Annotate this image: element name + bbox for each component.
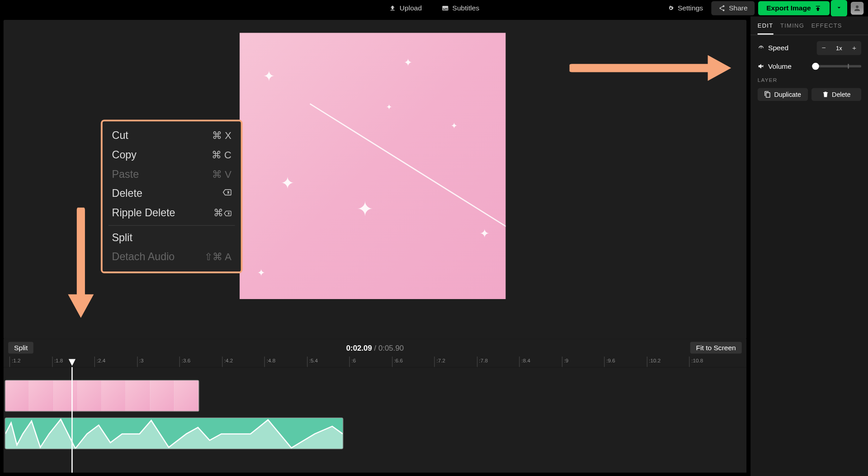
export-label: Export Image: [766, 4, 811, 12]
top-bar: Upload Subtitles Settings Share Export I…: [0, 0, 868, 16]
delete-label: Delete: [832, 91, 850, 98]
speed-icon: [758, 44, 765, 52]
avatar[interactable]: [851, 2, 864, 15]
ctx-split[interactable]: Split: [103, 228, 241, 248]
speed-value: 1x: [831, 45, 847, 51]
speed-decrease-button[interactable]: −: [817, 41, 831, 55]
settings-button[interactable]: Settings: [662, 2, 708, 15]
ctx-shortcut: [222, 188, 231, 200]
export-dropdown[interactable]: [831, 0, 847, 16]
ctx-shortcut: ⌘ C: [212, 149, 231, 161]
export-icon: [814, 5, 821, 12]
ruler-tick: :4.8: [264, 357, 275, 367]
ruler-tick: :6: [349, 357, 356, 367]
subtitles-icon: [442, 5, 449, 12]
ruler-tick: :10.8: [689, 357, 703, 367]
ruler-tick: :3: [137, 357, 144, 367]
svg-marker-1: [708, 55, 731, 81]
ruler-tick: :9.6: [604, 357, 615, 367]
subtitles-button[interactable]: Subtitles: [437, 2, 484, 15]
current-time: 0:02.09: [346, 343, 372, 352]
layer-section-label: LAYER: [758, 77, 861, 83]
ctx-label: Delete: [112, 188, 142, 200]
subtitles-label: Subtitles: [453, 4, 480, 12]
ruler-tick: :6.6: [392, 357, 403, 367]
speed-increase-button[interactable]: +: [847, 41, 861, 55]
chevron-down-icon: [835, 4, 843, 11]
user-icon: [853, 4, 861, 12]
ctx-label: Ripple Delete: [112, 207, 175, 219]
audio-clip[interactable]: [5, 418, 343, 449]
volume-muted-icon: [758, 63, 765, 70]
video-clip[interactable]: [5, 380, 199, 412]
ctx-label: Split: [112, 232, 132, 244]
ruler-tick: :9: [561, 357, 568, 367]
tab-edit[interactable]: EDIT: [758, 22, 774, 34]
volume-label: Volume: [768, 62, 792, 70]
volume-slider[interactable]: [812, 65, 862, 67]
upload-button[interactable]: Upload: [384, 2, 426, 15]
ctx-label: Cut: [112, 129, 128, 142]
delete-button[interactable]: Delete: [811, 88, 861, 101]
ctx-copy[interactable]: Copy ⌘ C: [103, 145, 241, 165]
ruler-tick: :1.2: [9, 357, 21, 367]
ruler-tick: :7.2: [434, 357, 445, 367]
duplicate-icon: [764, 91, 771, 98]
duplicate-button[interactable]: Duplicate: [758, 88, 808, 101]
timeline-tracks[interactable]: [4, 367, 746, 472]
ruler-tick: :5.4: [307, 357, 318, 367]
export-button[interactable]: Export Image: [758, 1, 830, 15]
preview-stage[interactable]: ✦ ✦ ✦ ✦ ✦ ✦ ✦ ✦ Cut: [4, 20, 746, 339]
gear-icon: [667, 5, 675, 12]
upload-label: Upload: [400, 4, 422, 12]
ruler-tick: :8.4: [519, 357, 530, 367]
duplicate-label: Duplicate: [774, 91, 801, 98]
ctx-detach-audio: Detach Audio ⇧⌘ A: [103, 248, 241, 267]
ctx-delete[interactable]: Delete: [103, 184, 241, 204]
ctx-shortcut: ⌘: [213, 207, 231, 219]
ctx-label: Paste: [112, 168, 139, 181]
playhead[interactable]: [71, 367, 73, 472]
ruler-tick: :3.6: [179, 357, 191, 367]
svg-marker-3: [68, 295, 94, 318]
tab-effects[interactable]: EFFECTS: [811, 22, 842, 34]
ruler-tick: :10.2: [646, 357, 660, 367]
waveform-icon: [5, 418, 343, 449]
settings-label: Settings: [678, 4, 703, 12]
ctx-label: Detach Audio: [112, 251, 175, 263]
time-display: 0:02.09 / 0:05.90: [346, 343, 404, 352]
ctx-separator: [108, 225, 235, 226]
annotation-arrow-down: [65, 208, 98, 318]
duration: / 0:05.90: [374, 343, 404, 352]
ctx-shortcut: ⇧⌘ A: [204, 251, 231, 263]
ctx-shortcut: ⌘ V: [212, 168, 231, 181]
ruler-tick: :2.4: [94, 357, 106, 367]
annotation-arrow-right: [570, 52, 731, 85]
ctx-ripple-delete[interactable]: Ripple Delete ⌘: [103, 204, 241, 223]
ruler-tick: :4.2: [222, 357, 233, 367]
properties-panel: EDIT TIMING EFFECTS Speed − 1x + Volume: [750, 16, 868, 476]
ctx-shortcut: ⌘ X: [212, 129, 231, 142]
preview-frame: ✦ ✦ ✦ ✦ ✦ ✦ ✦ ✦: [240, 33, 505, 299]
ctx-label: Copy: [112, 149, 137, 161]
ruler-tick: :1.8: [52, 357, 63, 367]
ctx-paste: Paste ⌘ V: [103, 165, 241, 184]
share-button[interactable]: Share: [711, 1, 755, 15]
ctx-cut[interactable]: Cut ⌘ X: [103, 126, 241, 146]
trash-icon: [822, 91, 829, 98]
ruler-tick: :7.8: [476, 357, 488, 367]
timeline-ruler[interactable]: :1.2:1.8:2.4:3:3.6:4.2:4.8:5.4:6:6.6:7.2…: [4, 357, 746, 367]
tab-timing[interactable]: TIMING: [780, 22, 804, 34]
upload-icon: [389, 5, 396, 12]
speed-label: Speed: [768, 44, 788, 52]
timeline-header: Split 0:02.09 / 0:05.90 Fit to Screen: [4, 339, 746, 357]
split-button[interactable]: Split: [8, 342, 33, 354]
context-menu: Cut ⌘ X Copy ⌘ C Paste ⌘ V Delete Ripple…: [101, 119, 243, 273]
fit-to-screen-button[interactable]: Fit to Screen: [690, 342, 742, 354]
share-icon: [718, 5, 726, 12]
share-label: Share: [729, 4, 748, 12]
